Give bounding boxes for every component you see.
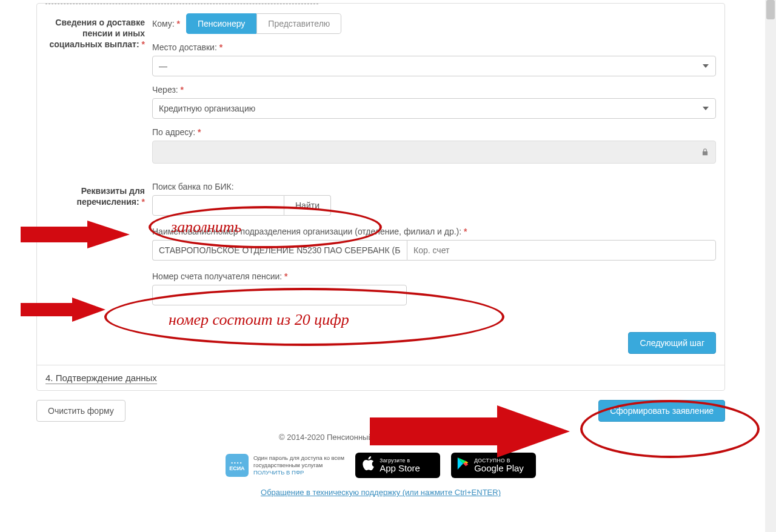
- via-label: Через: *: [152, 85, 716, 95]
- esia-badge[interactable]: •••• ЕСИА Один пароль для доступа ко все…: [226, 454, 344, 477]
- form-panel: Сведения о доставке пенсии и иных социал…: [36, 3, 725, 391]
- account-number-input[interactable]: [152, 285, 407, 305]
- bik-search-label: Поиск банка по БИК:: [152, 182, 716, 191]
- annotation-arrow-submit: [370, 405, 570, 457]
- annotation-arrow-1: [21, 221, 130, 248]
- googleplay-icon: [457, 457, 469, 474]
- delivery-place-select[interactable]: —: [152, 56, 716, 76]
- step4-header[interactable]: 4. Подтверждение данных: [37, 365, 724, 390]
- apple-icon: [361, 456, 375, 475]
- esia-icon: •••• ЕСИА: [226, 454, 249, 477]
- support-link[interactable]: Обращение в техническую поддержку (или н…: [261, 488, 501, 497]
- submit-form-button[interactable]: Сформировать заявление: [598, 400, 725, 422]
- bik-input[interactable]: [152, 195, 284, 216]
- address-label: По адресу: *: [152, 127, 716, 137]
- find-bank-button[interactable]: Найти: [284, 195, 331, 216]
- clear-form-button[interactable]: Очистить форму: [36, 400, 125, 422]
- lock-icon: [701, 148, 709, 156]
- org-name-input[interactable]: [152, 240, 407, 261]
- annotation-arrow-2: [21, 298, 105, 322]
- delivery-section-label: Сведения о доставке пенсии и иных социал…: [45, 13, 152, 164]
- svg-marker-0: [21, 221, 130, 248]
- recipient-toggle: Пенсионеру Представителю: [186, 13, 341, 34]
- place-label: Место доставки: *: [152, 42, 716, 52]
- recipient-pensioner-button[interactable]: Пенсионеру: [186, 13, 256, 34]
- scrollbar[interactable]: [765, 0, 776, 497]
- address-field: [152, 141, 716, 164]
- account-label: Номер счета получателя пенсии: *: [152, 271, 716, 281]
- bank-section: Реквизиты для перечисления: * Поиск банк…: [37, 182, 724, 305]
- recipient-representative-button[interactable]: Представителю: [256, 13, 341, 34]
- scrollbar-thumb[interactable]: [766, 0, 775, 19]
- esia-text: Один пароль для доступа ко всем государс…: [253, 454, 344, 476]
- delivery-via-select[interactable]: Кредитную организацию: [152, 98, 716, 119]
- esia-link[interactable]: ПОЛУЧИТЬ В ПФР: [253, 469, 304, 476]
- svg-marker-2: [370, 405, 570, 457]
- delivery-section: Сведения о доставке пенсии и иных социал…: [37, 13, 724, 164]
- to-label: Кому: *: [152, 19, 180, 28]
- cor-account-input[interactable]: [407, 240, 716, 261]
- next-step-button[interactable]: Следующий шаг: [628, 332, 716, 354]
- section-divider: [45, 4, 318, 4]
- svg-marker-1: [21, 298, 105, 322]
- org-label: Наименование/номер подразделения организ…: [152, 227, 716, 236]
